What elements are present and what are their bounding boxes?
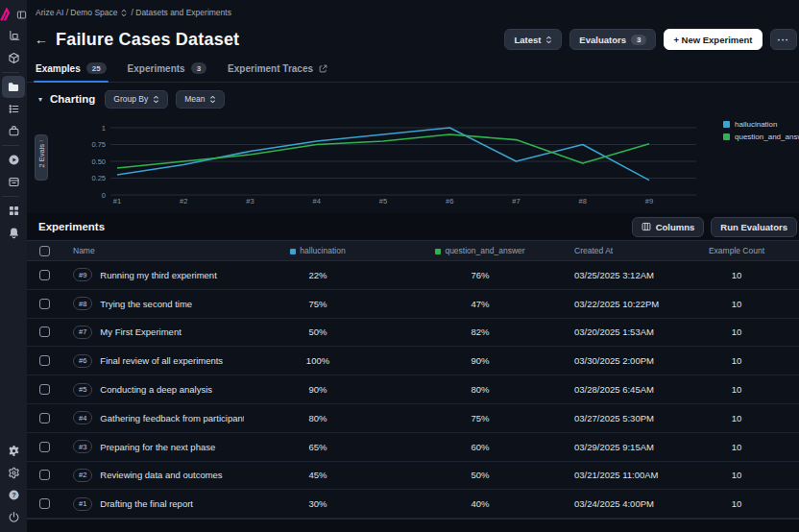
archive-icon[interactable] <box>2 171 25 193</box>
experiment-name: My First Experiment <box>100 326 181 337</box>
tab-experiment-traces[interactable]: Experiment Traces <box>228 63 327 82</box>
svg-text:#9: #9 <box>645 197 653 206</box>
experiment-name: Drafting the final report <box>100 498 193 509</box>
svg-text:#8: #8 <box>579 197 587 206</box>
experiment-name: Reviewing data and outcomes <box>100 470 222 480</box>
column-header-hallucination[interactable]: hallucination <box>244 246 392 255</box>
column-header-created-at[interactable]: Created At <box>569 246 693 255</box>
svg-text:#1: #1 <box>113 197 121 206</box>
table-row[interactable]: #5Conducting a deep analysis90%80%03/28/… <box>27 375 799 404</box>
experiment-name: Final review of all experiments <box>100 355 223 366</box>
logout-icon[interactable] <box>2 506 25 528</box>
settings-icon[interactable] <box>2 440 25 462</box>
row-checkbox[interactable] <box>39 299 50 309</box>
svg-text:#3: #3 <box>246 197 254 206</box>
row-checkbox[interactable] <box>39 326 50 337</box>
hallucination-swatch <box>290 249 296 254</box>
monitors-icon[interactable] <box>2 149 25 171</box>
breadcrumb: Arize AI / Demo Space / Datasets and Exp… <box>27 0 799 25</box>
more-options-button[interactable]: ··· <box>770 29 798 50</box>
row-checkbox[interactable] <box>39 355 50 366</box>
experiment-number-badge: #9 <box>73 268 92 281</box>
legend-item-hallucination[interactable]: hallucination <box>723 120 799 129</box>
tab-bar: Examples 25 Experiments 3 Experiment Tra… <box>27 54 799 83</box>
table-row[interactable]: #1Drafting the final report30%40%03/24/2… <box>27 490 799 519</box>
apps-icon[interactable] <box>2 200 25 222</box>
hallucination-value: 65% <box>244 442 392 452</box>
column-header-name[interactable]: Name <box>61 246 244 255</box>
columns-button[interactable]: Columns <box>632 217 705 237</box>
experiments-title: Experiments <box>38 221 625 232</box>
help-icon[interactable]: ? <box>2 484 25 506</box>
space-selector[interactable]: Arize AI / Demo Space <box>36 8 128 17</box>
new-experiment-button[interactable]: + New Experiment <box>664 29 762 50</box>
panel-toggle-icon[interactable] <box>15 4 28 26</box>
created-at-value: 03/21/2025 11:00AM <box>569 470 693 480</box>
row-checkbox[interactable] <box>39 498 50 509</box>
sidebar-bottom-icons: ? <box>2 440 25 532</box>
legend-swatch <box>723 133 730 140</box>
run-evaluators-button[interactable]: Run Evaluators <box>711 217 797 237</box>
admin-settings-icon[interactable] <box>2 462 25 484</box>
table-row[interactable]: #7My First Experiment50%82%03/20/2025 1:… <box>27 319 799 348</box>
select-tool-icon[interactable] <box>2 25 25 47</box>
datasets-icon[interactable] <box>2 76 25 98</box>
table-row[interactable]: #3Preparing for the next phase65%60%03/2… <box>27 433 799 462</box>
page-title: Failure Cases Dataset <box>56 30 496 50</box>
experiment-name: Gathering feedback from participants <box>100 413 244 423</box>
chevron-up-down-icon <box>120 9 128 17</box>
list-icon[interactable] <box>2 98 25 120</box>
example-count-value: 10 <box>693 384 780 395</box>
row-checkbox[interactable] <box>39 470 50 480</box>
aggregation-dropdown[interactable]: Mean <box>176 90 225 109</box>
created-at-value: 03/20/2025 1:53AM <box>569 326 693 337</box>
column-header-question-and-answer[interactable]: question_and_answer <box>392 246 569 255</box>
evaluators-button[interactable]: Evaluators 3 <box>569 29 656 50</box>
hallucination-value: 30% <box>244 498 392 509</box>
svg-text:0.25: 0.25 <box>91 174 106 182</box>
row-checkbox[interactable] <box>39 270 50 280</box>
svg-text:#7: #7 <box>512 197 520 206</box>
table-row[interactable]: #8Trying the second time75%47%03/22/2025… <box>27 290 799 319</box>
package-icon[interactable] <box>2 47 25 69</box>
svg-text:#6: #6 <box>446 197 453 206</box>
latest-dropdown[interactable]: Latest <box>504 29 562 50</box>
table-header: Name hallucination question_and_answer C… <box>27 240 799 261</box>
table-row[interactable]: #2Reviewing data and outcomes45%50%03/21… <box>27 462 799 491</box>
row-checkbox[interactable] <box>39 442 50 452</box>
evals-panel-toggle[interactable]: ↔ 2 Evals <box>35 134 48 181</box>
hallucination-value: 80% <box>244 413 392 423</box>
collapse-caret-icon[interactable]: ▾ <box>38 95 42 104</box>
vault-icon[interactable] <box>2 120 25 142</box>
table-row[interactable]: #4Gathering feedback from participants80… <box>27 404 799 433</box>
legend-item-question_and_answer[interactable]: question_and_answer <box>723 133 799 141</box>
svg-text:1: 1 <box>102 124 106 133</box>
question-and-answer-value: 82% <box>392 326 569 337</box>
chevron-up-down-icon <box>153 95 159 104</box>
tab-examples[interactable]: Examples 25 <box>36 62 107 82</box>
tab-experiments[interactable]: Experiments 3 <box>128 62 206 82</box>
table-row[interactable]: #9Running my third experiment22%76%03/25… <box>27 261 799 290</box>
experiment-number-badge: #1 <box>73 497 92 511</box>
svg-text:0.75: 0.75 <box>91 140 106 149</box>
question-and-answer-value: 47% <box>392 299 569 309</box>
column-header-example-count[interactable]: Example Count <box>693 246 780 255</box>
app-window: ? Arize AI / Demo Space / Datasets and E… <box>0 0 799 532</box>
row-checkbox[interactable] <box>39 413 50 423</box>
example-count-value: 10 <box>693 470 780 480</box>
row-checkbox[interactable] <box>39 384 50 395</box>
experiment-name: Trying the second time <box>100 299 192 309</box>
notifications-icon[interactable] <box>2 222 25 244</box>
breadcrumb-space[interactable]: Arize AI / Demo Space <box>36 8 118 17</box>
select-all-checkbox[interactable] <box>39 246 50 256</box>
experiments-section-header: Experiments Columns Run Evaluators <box>27 213 799 240</box>
svg-text:0: 0 <box>102 191 106 200</box>
created-at-value: 03/29/2025 9:15AM <box>569 442 693 452</box>
back-button[interactable]: ← <box>35 33 48 46</box>
examples-count-badge: 25 <box>86 62 107 74</box>
group-by-dropdown[interactable]: Group By <box>105 90 168 109</box>
question-and-answer-value: 50% <box>392 470 569 480</box>
table-row[interactable]: #6Final review of all experiments100%90%… <box>27 347 799 375</box>
created-at-value: 03/22/2025 10:22PM <box>569 299 693 309</box>
svg-text:#2: #2 <box>180 197 187 206</box>
